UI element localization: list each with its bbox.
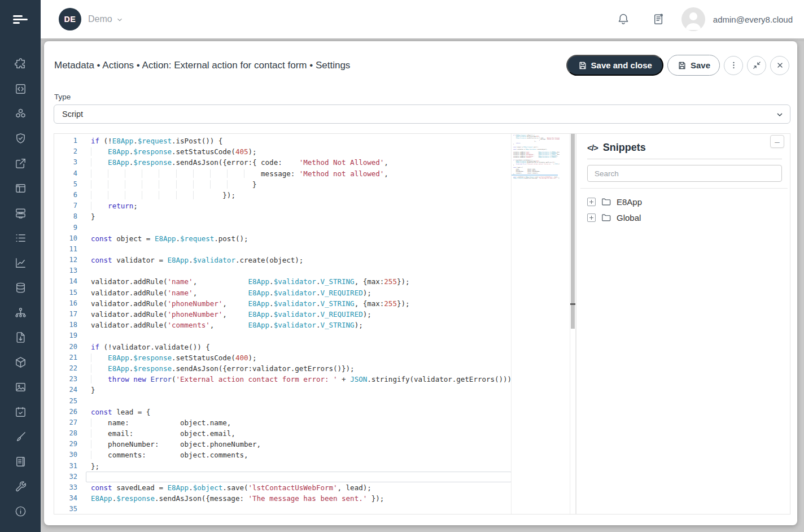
type-select[interactable]: Script bbox=[54, 104, 790, 124]
snippet-folder-e8app[interactable]: E8App bbox=[587, 194, 790, 210]
minimap-cursor-line bbox=[512, 175, 558, 176]
save-button[interactable]: Save bbox=[667, 55, 720, 76]
code-line: } bbox=[91, 179, 512, 190]
scrollbar-cursor-marker bbox=[570, 303, 575, 305]
code-line: name: object.name, bbox=[91, 417, 512, 428]
chevron-down-icon bbox=[116, 16, 124, 24]
line-number: 19 bbox=[54, 330, 77, 341]
sidebar-item-code-square[interactable] bbox=[0, 76, 41, 101]
line-number: 29 bbox=[54, 439, 77, 450]
sidebar-item-file-download[interactable] bbox=[0, 325, 41, 350]
code-line bbox=[91, 396, 512, 407]
close-icon bbox=[775, 60, 785, 70]
workspace-avatar: DE bbox=[59, 8, 81, 30]
editor-code[interactable]: if (!E8App.$request.isPost()) { E8App.$r… bbox=[91, 136, 512, 514]
workspace-switcher[interactable]: DE Demo bbox=[59, 8, 124, 30]
info-icon bbox=[14, 505, 27, 518]
line-number: 34 bbox=[54, 493, 77, 504]
snippets-tree: E8AppGlobal bbox=[576, 189, 790, 225]
user-avatar[interactable] bbox=[681, 7, 705, 31]
line-number: 9 bbox=[54, 223, 77, 233]
code-line: validator.addRule('name', E8App.$validat… bbox=[91, 287, 512, 298]
sidebar-item-shield-check[interactable] bbox=[0, 126, 41, 151]
sidebar-item-chart[interactable] bbox=[0, 250, 41, 275]
top-header: DE Demo admin@every8.cloud bbox=[41, 0, 804, 38]
code-line: validator.addRule('name', E8App.$validat… bbox=[91, 276, 512, 287]
hierarchy-icon bbox=[14, 306, 27, 319]
sidebar-item-stacked-trays[interactable] bbox=[0, 200, 41, 225]
folder-icon bbox=[601, 197, 611, 207]
sidebar-item-database[interactable] bbox=[0, 275, 41, 300]
snippets-search-input[interactable] bbox=[587, 165, 782, 182]
chevron-down-icon bbox=[775, 110, 784, 119]
snippet-folder-global[interactable]: Global bbox=[587, 210, 790, 225]
close-button[interactable] bbox=[770, 56, 789, 75]
stacked-trays-icon bbox=[14, 207, 27, 220]
menu-toggle-button[interactable] bbox=[0, 0, 41, 38]
calendar-check-icon bbox=[14, 405, 27, 418]
wrench-icon bbox=[14, 480, 27, 493]
sidebar-item-wrench[interactable] bbox=[0, 474, 41, 499]
settings-panel: Metadata • Actions • Action: External ac… bbox=[44, 41, 797, 525]
code-line: const validator = E8App.$validator.creat… bbox=[91, 255, 512, 265]
external-link-icon bbox=[14, 157, 27, 170]
sidebar-item-cube[interactable] bbox=[0, 350, 41, 374]
more-options-button[interactable] bbox=[724, 56, 743, 75]
folder-label: Global bbox=[617, 213, 641, 223]
code-icon: </> bbox=[587, 143, 598, 152]
sidebar-item-external-link[interactable] bbox=[0, 151, 41, 176]
expand-icon[interactable] bbox=[587, 198, 596, 206]
notifications-button[interactable] bbox=[616, 12, 631, 27]
sidebar-item-list[interactable] bbox=[0, 225, 41, 250]
code-editor[interactable]: 1234567891011121314151617181920212223242… bbox=[54, 134, 570, 514]
line-number: 33 bbox=[54, 482, 77, 493]
workspace-name: Demo bbox=[88, 14, 112, 24]
code-line bbox=[91, 265, 512, 276]
sidebar-item-brush[interactable] bbox=[0, 424, 41, 449]
kebab-icon bbox=[729, 60, 739, 70]
sidebar-item-hierarchy[interactable] bbox=[0, 300, 41, 325]
save-and-close-button[interactable]: Save and close bbox=[566, 55, 663, 76]
sidebar-item-blocks[interactable] bbox=[0, 101, 41, 126]
minimap[interactable]: if (!E8App.$request.isPost()) { E8App.$r… bbox=[513, 134, 560, 180]
code-line: const object = E8App.$request.post(); bbox=[91, 233, 512, 244]
scrollbar-thumb[interactable] bbox=[571, 134, 575, 329]
sidebar-nav bbox=[0, 38, 41, 524]
user-email: admin@every8.cloud bbox=[713, 15, 793, 24]
puzzle-icon bbox=[14, 58, 27, 71]
folder-label: E8App bbox=[617, 197, 642, 207]
line-number: 2 bbox=[54, 146, 77, 157]
line-number: 16 bbox=[54, 298, 77, 309]
line-number: 25 bbox=[54, 396, 77, 407]
browser-window-icon bbox=[14, 182, 27, 195]
sidebar-item-puzzle[interactable] bbox=[0, 51, 41, 76]
code-line bbox=[91, 330, 512, 341]
code-line: E8App.$response.sendAsJson({error:{ code… bbox=[91, 157, 512, 168]
code-line: validator.addRule('phoneNumber', E8App.$… bbox=[91, 298, 512, 309]
line-number: 11 bbox=[54, 244, 77, 255]
code-line: const savedLead = E8App.$object.save('ls… bbox=[91, 482, 512, 493]
file-download-icon bbox=[14, 331, 27, 344]
line-number: 12 bbox=[54, 255, 77, 265]
sidebar-item-book[interactable] bbox=[0, 449, 41, 474]
code-line bbox=[91, 244, 512, 255]
sidebar-item-calendar-check[interactable] bbox=[0, 399, 41, 424]
expand-icon[interactable] bbox=[587, 213, 596, 222]
cube-icon bbox=[14, 356, 27, 369]
code-line: email: object.email, bbox=[91, 428, 512, 439]
snippets-collapse-button[interactable]: – bbox=[770, 135, 784, 148]
code-line: const lead = { bbox=[91, 407, 512, 417]
code-line bbox=[91, 472, 512, 482]
sidebar-item-browser-window[interactable] bbox=[0, 176, 41, 200]
collapse-window-button[interactable] bbox=[747, 56, 766, 75]
code-line: message: 'Method not allowed', bbox=[91, 168, 512, 179]
brush-icon bbox=[14, 430, 27, 443]
sidebar-item-info[interactable] bbox=[0, 499, 41, 524]
line-number: 22 bbox=[54, 363, 77, 374]
line-number: 30 bbox=[54, 450, 77, 460]
release-notes-button[interactable] bbox=[651, 12, 666, 27]
save-icon bbox=[578, 60, 588, 71]
sidebar-item-image[interactable] bbox=[0, 374, 41, 399]
editor-vertical-scrollbar[interactable] bbox=[570, 134, 576, 514]
line-number: 4 bbox=[54, 168, 77, 179]
